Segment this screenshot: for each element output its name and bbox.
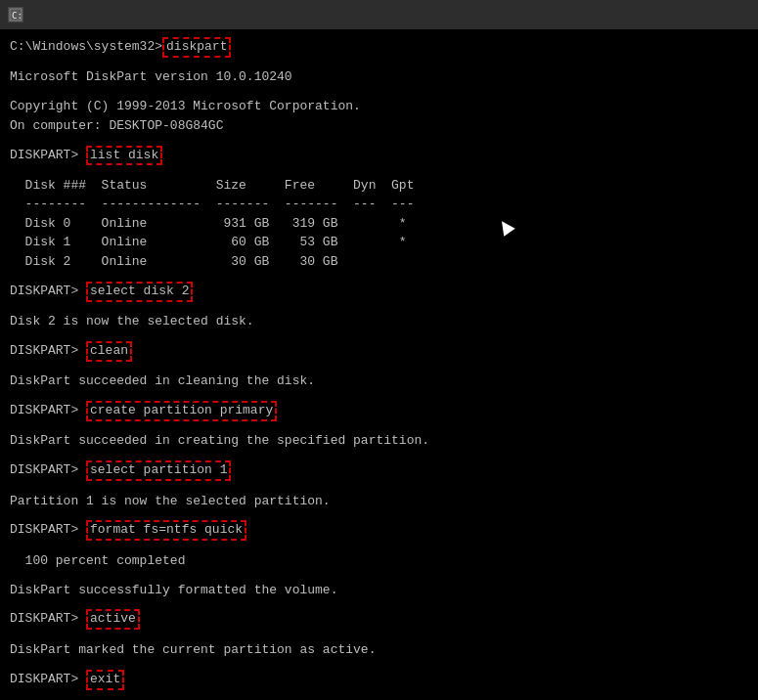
prompt-text: DISKPART> (10, 611, 86, 626)
terminal-line (10, 421, 748, 431)
terminal-line: 100 percent completed (10, 551, 748, 571)
terminal-line: DISKPART> list disk (10, 146, 748, 166)
command-text: create partition primary (86, 401, 277, 421)
terminal-line: Disk ### Status Size Free Dyn Gpt (10, 176, 748, 196)
command-text: select partition 1 (86, 460, 231, 481)
terminal-line (10, 271, 748, 281)
terminal-line: Disk 2 Online 30 GB 30 GB (10, 252, 748, 272)
title-bar: C: (0, 0, 758, 29)
command-text: select disk 2 (86, 282, 193, 302)
terminal-line: On computer: DESKTOP-08G84GC (10, 116, 748, 136)
terminal-line: Disk 0 Online 931 GB 319 GB * (10, 214, 748, 234)
command-text: format fs=ntfs quick (86, 520, 246, 541)
terminal-line: DiskPart succeeded in creating the speci… (10, 431, 748, 451)
prompt-text: DISKPART> (10, 462, 86, 477)
terminal-line: DISKPART> create partition primary (10, 401, 748, 421)
command-text: list disk (86, 146, 162, 166)
terminal-line: DISKPART> select disk 2 (10, 282, 748, 302)
prompt-text: C:\Windows\system32> (10, 39, 162, 54)
close-button[interactable] (705, 0, 750, 29)
terminal-line (10, 331, 748, 341)
terminal-line (10, 165, 748, 175)
terminal-line (10, 659, 748, 669)
command-text: diskpart (162, 37, 231, 58)
terminal-line (10, 599, 748, 609)
terminal-line (10, 510, 748, 520)
terminal-line: DISKPART> active (10, 609, 748, 630)
terminal-line: Disk 2 is now the selected disk. (10, 312, 748, 331)
title-bar-icon: C: (8, 7, 23, 22)
prompt-text: DISKPART> (10, 284, 86, 298)
terminal-line: DISKPART> clean (10, 341, 748, 362)
terminal-line: DISKPART> format fs=ntfs quick (10, 520, 748, 541)
command-text: exit (86, 670, 124, 690)
terminal-line: DiskPart succeeded in cleaning the disk. (10, 372, 748, 391)
terminal-line: Partition 1 is now the selected partitio… (10, 492, 748, 511)
command-text: active (86, 609, 140, 630)
prompt-text: DISKPART> (10, 403, 86, 417)
command-text: clean (86, 341, 132, 362)
terminal-line (10, 451, 748, 460)
terminal-line: DiskPart marked the current partition as… (10, 640, 748, 660)
terminal-line (10, 302, 748, 312)
terminal-line (10, 58, 748, 67)
terminal-line: DISKPART> exit (10, 670, 748, 690)
terminal-line (10, 570, 748, 580)
terminal: C:\Windows\system32>diskpart Microsoft D… (0, 29, 758, 700)
terminal-line: Disk 1 Online 60 GB 53 GB * (10, 233, 748, 252)
prompt-text: DISKPART> (10, 148, 86, 162)
terminal-line (10, 541, 748, 550)
minimize-button[interactable] (615, 0, 660, 29)
terminal-line: -------- ------------- ------- ------- -… (10, 195, 748, 214)
terminal-line: DISKPART> select partition 1 (10, 460, 748, 481)
svg-text:C:: C: (12, 11, 22, 21)
terminal-line: C:\Windows\system32>diskpart (10, 37, 748, 58)
prompt-text: DISKPART> (10, 672, 86, 686)
terminal-line: DiskPart successfully formatted the volu… (10, 581, 748, 600)
terminal-line: Microsoft DiskPart version 10.0.10240 (10, 67, 748, 87)
terminal-line (10, 135, 748, 145)
terminal-line: Copyright (C) 1999-2013 Microsoft Corpor… (10, 97, 748, 116)
prompt-text: DISKPART> (10, 522, 86, 537)
terminal-line (10, 630, 748, 639)
terminal-line (10, 481, 748, 491)
terminal-line (10, 391, 748, 401)
terminal-line (10, 362, 748, 372)
prompt-text: DISKPART> (10, 343, 86, 358)
maximize-button[interactable] (660, 0, 705, 29)
terminal-line (10, 87, 748, 97)
